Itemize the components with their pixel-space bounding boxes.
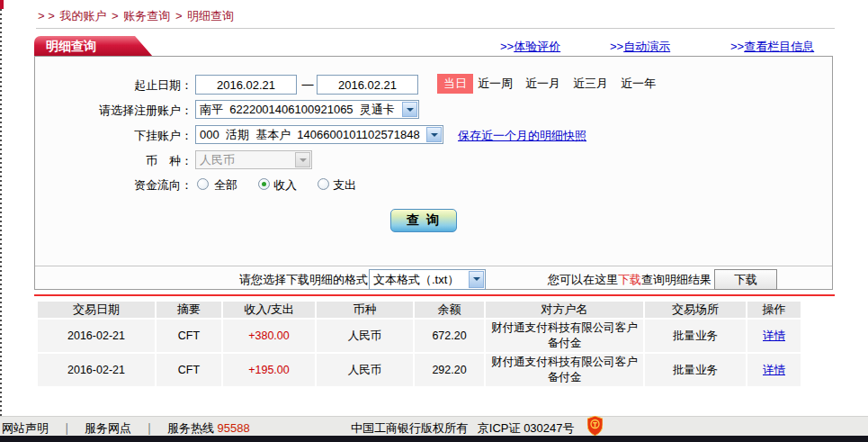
link-auto-demo[interactable]: >>自动演示: [610, 39, 670, 55]
register-account-select[interactable]: 南平 6222001406100921065 灵通卡: [195, 100, 419, 119]
link-experience-review[interactable]: >>体验评价: [500, 39, 560, 55]
copyright-text: 中国工商银行版权所有: [351, 421, 468, 435]
breadcrumb-item-my-account[interactable]: 我的账户: [59, 9, 106, 23]
tab-detail-query[interactable]: 明细查询: [34, 36, 153, 57]
sub-account-label: 下挂账户：: [35, 128, 192, 144]
footer-copyright: 中国工商银行版权所有 京ICP证 030247号: [351, 420, 575, 437]
link-label: 体验评价: [514, 40, 560, 53]
link-label: 自动演示: [623, 40, 670, 53]
link-label: 查看栏目信息: [744, 40, 814, 53]
download-divider: [35, 266, 832, 266]
radio-all-label[interactable]: 全部: [214, 177, 237, 194]
cell-counterparty: 财付通支付科技有限公司客户备付金: [486, 320, 643, 352]
link-prefix: >>: [730, 40, 744, 53]
col-header-venue: 交易场所: [645, 302, 746, 318]
radio-all[interactable]: [197, 178, 209, 190]
breadcrumb-item-detail-query[interactable]: 明细查询: [187, 9, 234, 23]
cell-venue: 批量业务: [645, 354, 746, 386]
register-account-label: 请选择注册账户：: [35, 103, 192, 119]
cell-amount: +195.00: [223, 354, 315, 386]
download-button[interactable]: 下载: [714, 269, 777, 290]
detail-link[interactable]: 详情: [763, 364, 785, 376]
cell-balance: 292.20: [415, 354, 484, 386]
table-row: 2016-02-21 CFT +195.00 人民币 292.20 财付通支付科…: [38, 354, 801, 386]
col-header-balance: 余额: [415, 302, 484, 318]
download-hint-suffix: 查询明细结果: [641, 273, 711, 286]
radio-expense-label[interactable]: 支出: [333, 177, 356, 194]
currency-value: 人民币: [200, 151, 235, 168]
cell-balance: 672.20: [415, 320, 484, 352]
date-to-input[interactable]: [317, 75, 418, 95]
download-hint-link[interactable]: 下载: [618, 273, 641, 286]
currency-select: 人民币: [195, 150, 312, 169]
breadcrumb-separator: >: [175, 9, 183, 23]
radio-expense[interactable]: [318, 178, 329, 190]
col-header-summary: 摘要: [157, 302, 221, 318]
chevron-down-icon: [295, 152, 310, 167]
table-header-row: 交易日期 摘要 收入/支出 币种 余额 对方户名 交易场所 操作: [38, 302, 801, 318]
chevron-down-icon[interactable]: [402, 102, 417, 117]
bottom-bar: [0, 436, 868, 442]
footer-separator: ｜: [61, 421, 73, 435]
col-header-amount: 收入/支出: [223, 302, 315, 318]
date-range-dash: —: [300, 77, 315, 91]
save-snapshot-link[interactable]: 保存近一个月的明细快照: [458, 128, 586, 144]
register-account-value: 南平 6222001406100921065 灵通卡: [200, 101, 395, 118]
icp-badge-icon: [587, 416, 603, 436]
footer-separator: ｜: [144, 421, 156, 435]
col-header-currency: 币种: [317, 302, 413, 318]
range-last-week-button[interactable]: 近一周: [478, 76, 513, 92]
link-prefix: >>: [610, 40, 623, 53]
breadcrumb-prefix: > >: [38, 9, 55, 23]
footer-links: 网站声明 ｜ 服务网点 ｜ 服务热线 95588: [2, 420, 250, 437]
download-hint-prefix: 您可以在这里: [548, 273, 618, 286]
range-last-month-button[interactable]: 近一月: [525, 76, 560, 92]
table-row: 2016-02-21 CFT +380.00 人民币 672.20 财付通支付科…: [38, 320, 801, 352]
cell-date: 2016-02-21: [38, 354, 155, 386]
cell-summary: CFT: [157, 320, 221, 352]
detail-query-page: > > 我的账户 > 账务查询 > 明细查询 明细查询 >>体验评价 >>自动演…: [0, 0, 868, 442]
link-view-column-info[interactable]: >>查看栏目信息: [730, 39, 814, 55]
footer-hotline-label: 服务热线: [167, 421, 214, 435]
sub-account-value: 000 活期 基本户 1406600101102571848: [200, 126, 420, 143]
range-last-year-button[interactable]: 近一年: [621, 76, 656, 92]
range-last-3-months-button[interactable]: 近三月: [573, 76, 608, 92]
chevron-down-icon[interactable]: [426, 127, 442, 142]
footer-link-service-outlets[interactable]: 服务网点: [85, 421, 131, 435]
footer-hotline-number: 95588: [218, 421, 250, 435]
footer-link-site-statement[interactable]: 网站声明: [2, 421, 49, 435]
breadcrumb-item-account-query[interactable]: 账务查询: [123, 9, 170, 23]
col-header-date: 交易日期: [38, 302, 155, 318]
sub-account-select[interactable]: 000 活期 基本户 1406600101102571848: [195, 125, 443, 144]
col-header-counterparty: 对方户名: [486, 302, 643, 318]
cell-counterparty: 财付通支付科技有限公司客户备付金: [486, 354, 643, 386]
breadcrumb-divider: [36, 28, 835, 29]
query-button[interactable]: 查 询: [390, 209, 457, 232]
range-today-button[interactable]: 当日: [437, 74, 473, 94]
table-top-divider: [34, 294, 835, 296]
results-table: 交易日期 摘要 收入/支出 币种 余额 对方户名 交易场所 操作 2016-02…: [36, 300, 802, 388]
corner-decoration: [0, 0, 4, 9]
cell-summary: CFT: [157, 354, 221, 386]
radio-income-label[interactable]: 收入: [273, 177, 297, 194]
radio-income[interactable]: [258, 178, 270, 190]
download-format-label: 请您选择下载明细的格式: [35, 272, 368, 288]
col-header-action: 操作: [747, 302, 801, 318]
icp-text: 京ICP证 030247号: [478, 421, 575, 435]
left-dashed-border: [0, 9, 2, 416]
date-range-label: 起止日期：: [35, 77, 192, 94]
cell-currency: 人民币: [317, 320, 413, 352]
cell-date: 2016-02-21: [38, 320, 155, 352]
cell-amount: +380.00: [223, 320, 315, 352]
detail-link[interactable]: 详情: [763, 329, 785, 342]
cell-venue: 批量业务: [645, 320, 746, 352]
breadcrumb-separator: >: [112, 9, 119, 23]
currency-label: 币 种：: [35, 153, 192, 169]
date-from-input[interactable]: [195, 75, 297, 95]
flow-direction-label: 资金流向：: [35, 177, 192, 194]
footer: 网站声明 ｜ 服务网点 ｜ 服务热线 95588 中国工商银行版权所有 京ICP…: [0, 416, 868, 436]
download-hint: 您可以在这里下载查询明细结果: [413, 272, 711, 288]
link-prefix: >>: [500, 40, 514, 53]
cell-currency: 人民币: [317, 354, 413, 386]
query-panel: 起止日期： — 当日 近一周 近一月 近三月 近一年 请选择注册账户： 南平 6…: [34, 56, 833, 290]
